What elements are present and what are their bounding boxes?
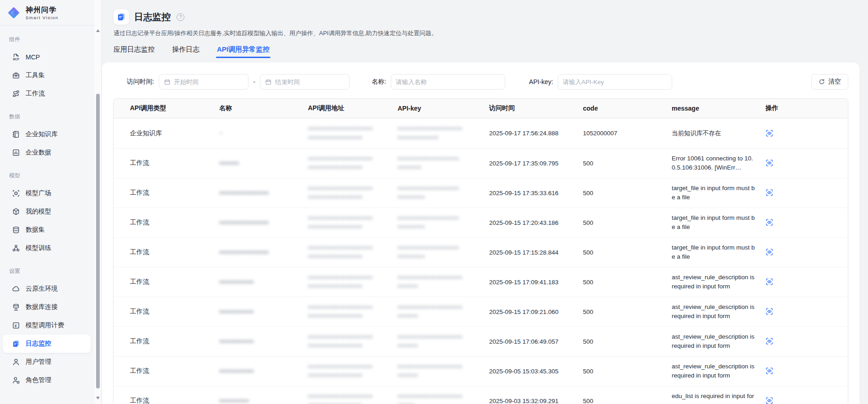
cell-message: ast_review_rule_description is required …	[664, 273, 758, 291]
cell-name: –	[212, 128, 301, 138]
cell-name: mmmmmm	[212, 396, 301, 404]
sidebar-item-my-models[interactable]: 我的模型	[3, 202, 91, 221]
sidebar-item-dataset[interactable]: 数据集	[3, 221, 91, 239]
redacted-url: nnnnnnnnnnnnnnnn	[308, 341, 390, 350]
brand-name: 神州问学	[26, 5, 59, 15]
apikey-input[interactable]	[558, 74, 672, 90]
scroll-down-arrow-icon[interactable]	[96, 397, 100, 399]
cell-api-key: nnnnnnnnnnnnnnnnnnn nnnnn	[390, 392, 482, 404]
sidebar-item-label: 工具集	[26, 71, 45, 80]
cell-name: mmmmmmm	[212, 367, 301, 376]
enterprise-data-icon	[12, 149, 20, 157]
sidebar-item-billing[interactable]: ¥ 模型调用计费	[3, 316, 91, 335]
start-time-field[interactable]	[174, 79, 243, 85]
cell-actions	[758, 278, 848, 286]
redacted-url: nnnnnnnnnnnnnnnn	[308, 223, 390, 231]
redacted-url: nnnnnnnnnnnnnnnn	[308, 371, 390, 380]
column-header: API调用地址	[301, 104, 390, 112]
cell-api-url: nnnnnnnnnnnnnnnnnnn nnnnnnnnnnnnnnnn	[301, 124, 390, 142]
redacted-url: nnnnnnnnnnnnnnnn	[308, 312, 390, 320]
sidebar-item-log-monitor[interactable]: 日志监控	[3, 335, 91, 353]
sidebar-scrollbar[interactable]	[94, 0, 102, 404]
view-detail-button[interactable]	[766, 278, 774, 286]
redacted-api-key: nnnnnnnn	[398, 252, 482, 261]
cell-name: mmmmmmmmmm	[212, 218, 301, 227]
message-text: target_file in input form must be a file	[672, 184, 758, 202]
redacted-api-key: nnnnnnn	[398, 163, 482, 172]
table-header-row: API调用类型名称API调用地址API-key访问时间codemessage操作	[113, 99, 848, 118]
end-time-field[interactable]	[275, 79, 345, 85]
sidebar-section-label: 组件	[9, 36, 94, 43]
cell-api-url: nnnnnnnnnnnnnnnnnnn nnnnnnnnnnnnnnnn	[301, 244, 390, 261]
cell-api-url: nnnnnnnnnnnnnnnnnnn nnnnnnnnnnnnnnnn	[301, 303, 390, 321]
table-row: 工作流 mmmmmmm nnnnnnnnnnnnnnnnnnn nnnnnnnn…	[113, 267, 848, 297]
sidebar-item-cloud-native[interactable]: 云原生环境	[3, 280, 91, 298]
training-nodes-icon	[12, 244, 20, 252]
view-detail-button[interactable]	[766, 159, 774, 167]
tab-op-log[interactable]: 操作日志	[172, 45, 199, 58]
view-detail-button[interactable]	[766, 248, 774, 256]
cell-actions	[758, 159, 848, 167]
cell-actions	[758, 367, 848, 375]
sidebar-section-label: 模型	[9, 172, 94, 180]
name-input[interactable]	[391, 74, 505, 90]
view-detail-button[interactable]	[766, 308, 774, 316]
page-description: 通过日志记录平台应用/操作相关日志服务,实时追踪模型输入输出、用户操作、API调…	[113, 29, 868, 37]
cell-api-key: nnnnnnnnnnnnnnnnnn nnnnnnnn	[390, 214, 482, 232]
name-field[interactable]	[396, 79, 500, 85]
end-time-input[interactable]	[260, 74, 350, 90]
brand-subtitle: Smart Vision	[26, 15, 59, 20]
apikey-field[interactable]	[563, 79, 667, 85]
view-detail-button[interactable]	[766, 129, 774, 138]
sidebar-item-model-training[interactable]: 模型训练	[3, 239, 91, 257]
cell-message: ast_review_rule_description is required …	[664, 303, 758, 320]
sidebar: 神州问学 Smart Vision 组件 MCP MCP 工具集 工作流 数据 …	[0, 0, 94, 404]
scrollbar-thumb[interactable]	[96, 94, 100, 388]
redacted-url: nnnnnnnnnnnnnnnnnnn	[308, 362, 390, 371]
redacted-url: nnnnnnnnnnnnnnnnnnn	[308, 214, 390, 223]
view-detail-button[interactable]	[766, 189, 774, 197]
sidebar-item-label: 日志监控	[26, 340, 51, 348]
sidebar-item-db-connection[interactable]: 数据库连接	[3, 298, 91, 316]
start-time-input[interactable]	[159, 74, 248, 90]
sidebar-item-model-plaza[interactable]: 模型广场	[3, 184, 91, 202]
sidebar-item-role-mgmt[interactable]: 角色管理	[3, 371, 91, 389]
sidebar-item-label: 模型调用计费	[26, 321, 64, 330]
tab-api-exception[interactable]: API调用异常监控	[217, 45, 270, 58]
redacted-name: mmmmmmmmmm	[219, 248, 301, 257]
sidebar-item-workflow[interactable]: 工作流	[3, 85, 91, 103]
view-detail-button[interactable]	[766, 397, 774, 404]
table-body: 企业知识库 – nnnnnnnnnnnnnnnnnnn nnnnnnnnnnnn…	[113, 118, 848, 404]
clear-button[interactable]: 清空	[811, 74, 848, 90]
redacted-api-key: nnnnnnnnnnnnnnnnnn	[398, 244, 482, 252]
cell-name: mmmmmmmmmm	[212, 188, 301, 197]
sidebar-item-mcp[interactable]: MCP MCP	[3, 48, 91, 66]
sidebar-item-user-mgmt[interactable]: 用户管理	[3, 353, 91, 371]
view-detail-button[interactable]	[766, 367, 774, 375]
cell-name: mmmmmmm	[212, 337, 301, 346]
sidebar-item-knowledge-base[interactable]: 企业知识库	[3, 125, 91, 144]
sidebar-item-label: 企业数据	[26, 149, 51, 157]
redacted-api-key: nnnnnn	[398, 282, 482, 291]
tab-app-log[interactable]: 应用日志监控	[113, 45, 155, 58]
sidebar-item-label: 数据库连接	[26, 303, 58, 311]
sidebar-item-enterprise-data[interactable]: 企业数据	[3, 144, 91, 162]
redacted-name: mmmmmmm	[219, 367, 301, 376]
message-text: ast_review_rule_description is required …	[672, 303, 758, 320]
view-detail-button[interactable]	[766, 337, 774, 346]
table-row: 工作流 mmmmmmm nnnnnnnnnnnnnnnnnnn nnnnnnnn…	[113, 297, 848, 326]
sidebar-nav: 组件 MCP MCP 工具集 工作流 数据 企业知识库 企业数据 模型 模型广场	[0, 26, 94, 389]
name-filter-label: 名称:	[372, 78, 386, 86]
view-detail-button[interactable]	[766, 218, 774, 227]
content-card: 访问时间: - 名称:	[102, 63, 859, 404]
redacted-name: mmmmmmmmmm	[219, 218, 301, 227]
mcp-icon: MCP	[12, 53, 20, 61]
help-icon[interactable]: ?	[177, 13, 184, 21]
scroll-up-arrow-icon[interactable]	[96, 29, 100, 32]
sidebar-item-label: 角色管理	[26, 376, 51, 384]
cell-code: 500	[576, 219, 664, 226]
sidebar-item-toolset[interactable]: 工具集	[3, 66, 91, 85]
cell-code: 500	[576, 338, 664, 345]
cell-code: 500	[576, 279, 664, 286]
redacted-url: nnnnnnnnnnnnnnnnnnn	[308, 392, 390, 401]
